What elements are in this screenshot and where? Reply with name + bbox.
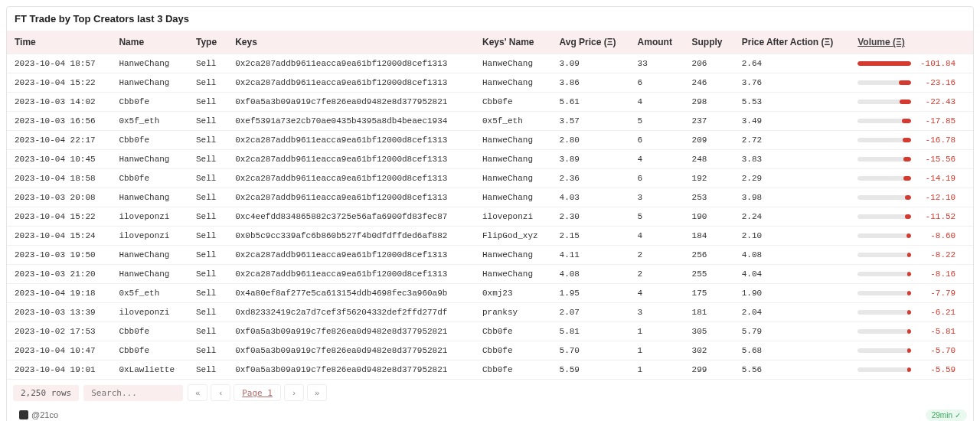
page-indicator[interactable]: Page 1 xyxy=(234,384,281,401)
volume-bar-fill xyxy=(907,272,912,276)
cell-type: Sell xyxy=(188,207,227,227)
col-avg-price[interactable]: Avg Price (Ξ) xyxy=(552,31,630,54)
cell-volume: -5.81 xyxy=(850,322,973,341)
table-row[interactable]: 2023-10-03 21:20HanweChangSell0x2ca287ad… xyxy=(7,265,973,284)
cell-price-after: 5.68 xyxy=(734,341,851,361)
volume-bar-fill xyxy=(907,367,912,372)
cell-keys-name: 0x5f_eth xyxy=(475,112,552,131)
table-row[interactable]: 2023-10-03 14:02Cbb0feSell0xf0a5a3b09a91… xyxy=(7,93,973,112)
cell-time: 2023-10-04 15:22 xyxy=(7,207,111,227)
col-price-after[interactable]: Price After Action (Ξ) xyxy=(734,31,851,54)
cell-price-after: 5.53 xyxy=(734,93,851,112)
volume-bar-track xyxy=(858,176,911,181)
cell-volume: -17.85 xyxy=(850,112,973,131)
table-row[interactable]: 2023-10-04 10:45HanweChangSell0x2ca287ad… xyxy=(7,150,973,169)
cell-type: Sell xyxy=(188,322,227,341)
col-time[interactable]: Time xyxy=(7,31,111,54)
col-name[interactable]: Name xyxy=(111,31,188,54)
cell-name: Cbb0fe xyxy=(111,341,188,361)
cell-keys: 0x2ca287addb9611eacca9ea61bf12000d8cef13… xyxy=(227,54,475,73)
volume-bar-track xyxy=(858,157,911,162)
cell-avg-price: 4.03 xyxy=(552,188,630,207)
volume-bar-track xyxy=(858,253,911,257)
search-input[interactable] xyxy=(83,385,183,401)
cell-name: HanweChang xyxy=(111,54,188,73)
cell-time: 2023-10-04 22:17 xyxy=(7,131,111,150)
volume-bar-fill xyxy=(900,100,911,104)
cell-amount: 6 xyxy=(630,73,684,93)
volume-bar-fill xyxy=(899,80,911,85)
table-row[interactable]: 2023-10-04 10:47Cbb0feSell0xf0a5a3b09a91… xyxy=(7,341,973,361)
cell-name: 0x5f_eth xyxy=(111,112,188,131)
cell-price-after: 3.76 xyxy=(734,73,851,93)
volume-bar-track xyxy=(858,214,911,219)
cell-keys-name: HanweChang xyxy=(475,188,552,207)
volume-value: -14.19 xyxy=(917,174,956,183)
table-row[interactable]: 2023-10-04 15:22iloveponziSell0xc4eefdd8… xyxy=(7,207,973,227)
table-row[interactable]: 2023-10-04 19:010xLawlietteSell0xf0a5a3b… xyxy=(7,361,973,380)
table-row[interactable]: 2023-10-02 17:53Cbb0feSell0xf0a5a3b09a91… xyxy=(7,322,973,341)
table-row[interactable]: 2023-10-04 18:58Cbb0feSell0x2ca287addb96… xyxy=(7,169,973,188)
next-page-button[interactable]: › xyxy=(284,384,304,401)
table-row[interactable]: 2023-10-04 15:22HanweChangSell0x2ca287ad… xyxy=(7,73,973,93)
query-age-badge[interactable]: 29min xyxy=(926,410,967,421)
cell-price-after: 2.24 xyxy=(734,207,851,227)
table-row[interactable]: 2023-10-04 19:180x5f_ethSell0x4a80ef8af2… xyxy=(7,284,973,303)
table-row[interactable]: 2023-10-04 18:57HanweChangSell0x2ca287ad… xyxy=(7,54,973,73)
cell-price-after: 3.83 xyxy=(734,150,851,169)
cell-keys-name: iloveponzi xyxy=(475,207,552,227)
cell-keys-name: Cbb0fe xyxy=(475,322,552,341)
cell-name: iloveponzi xyxy=(111,303,188,322)
table-row[interactable]: 2023-10-04 15:24iloveponziSell0x0b5c9cc3… xyxy=(7,227,973,246)
cell-volume: -6.21 xyxy=(850,303,973,322)
cell-volume: -101.84 xyxy=(850,54,973,73)
volume-bar-track xyxy=(858,310,911,315)
volume-value: -5.59 xyxy=(917,365,956,374)
table-row[interactable]: 2023-10-04 22:17Cbb0feSell0x2ca287addb96… xyxy=(7,131,973,150)
cell-keys: 0xc4eefdd834865882c3725e56afa6900fd83fec… xyxy=(227,207,475,227)
cell-type: Sell xyxy=(188,188,227,207)
table-row[interactable]: 2023-10-03 16:560x5f_ethSell0xef5391a73e… xyxy=(7,112,973,131)
col-keys-name[interactable]: Keys' Name xyxy=(475,31,552,54)
col-supply[interactable]: Supply xyxy=(684,31,734,54)
cell-volume: -23.16 xyxy=(850,73,973,93)
table-row[interactable]: 2023-10-03 13:39iloveponziSell0xd8233241… xyxy=(7,303,973,322)
col-volume[interactable]: Volume (Ξ) xyxy=(850,31,973,54)
panel-title: FT Trade by Top Creators last 3 Days xyxy=(7,7,973,31)
volume-value: -8.16 xyxy=(917,269,956,279)
cell-price-after: 2.72 xyxy=(734,131,851,150)
volume-bar-fill xyxy=(906,233,911,238)
first-page-button[interactable]: « xyxy=(188,384,207,401)
volume-value: -12.10 xyxy=(917,193,956,202)
cell-supply: 190 xyxy=(684,207,734,227)
cell-amount: 2 xyxy=(630,265,684,284)
cell-name: iloveponzi xyxy=(111,227,188,246)
cell-avg-price: 2.36 xyxy=(552,169,630,188)
table-row[interactable]: 2023-10-03 20:08HanweChangSell0x2ca287ad… xyxy=(7,188,973,207)
cell-amount: 6 xyxy=(630,131,684,150)
cell-volume: -15.56 xyxy=(850,150,973,169)
cell-volume: -5.59 xyxy=(850,361,973,380)
cell-avg-price: 5.61 xyxy=(552,93,630,112)
attribution[interactable]: @21co xyxy=(13,407,64,421)
cell-type: Sell xyxy=(188,284,227,303)
cell-supply: 248 xyxy=(684,150,734,169)
cell-avg-price: 5.81 xyxy=(552,322,630,341)
volume-bar-fill xyxy=(907,253,912,257)
attribution-row: @21co 29min xyxy=(7,406,973,421)
col-keys[interactable]: Keys xyxy=(227,31,475,54)
cell-keys: 0xf0a5a3b09a919c7fe826ea0d9482e8d3779528… xyxy=(227,361,475,380)
table-row[interactable]: 2023-10-03 19:50HanweChangSell0x2ca287ad… xyxy=(7,246,973,265)
last-page-button[interactable]: » xyxy=(307,384,327,401)
cell-keys: 0x2ca287addb9611eacca9ea61bf12000d8cef13… xyxy=(227,246,475,265)
volume-value: -101.84 xyxy=(917,59,956,68)
col-type[interactable]: Type xyxy=(188,31,227,54)
chevron-left-icon: ‹ xyxy=(219,388,222,397)
prev-page-button[interactable]: ‹ xyxy=(211,384,230,401)
cell-type: Sell xyxy=(188,246,227,265)
chevrons-right-icon: » xyxy=(315,388,319,397)
cell-time: 2023-10-04 15:22 xyxy=(7,73,111,93)
cell-time: 2023-10-04 10:47 xyxy=(7,341,111,361)
col-amount[interactable]: Amount xyxy=(630,31,684,54)
cell-keys: 0x2ca287addb9611eacca9ea61bf12000d8cef13… xyxy=(227,169,475,188)
